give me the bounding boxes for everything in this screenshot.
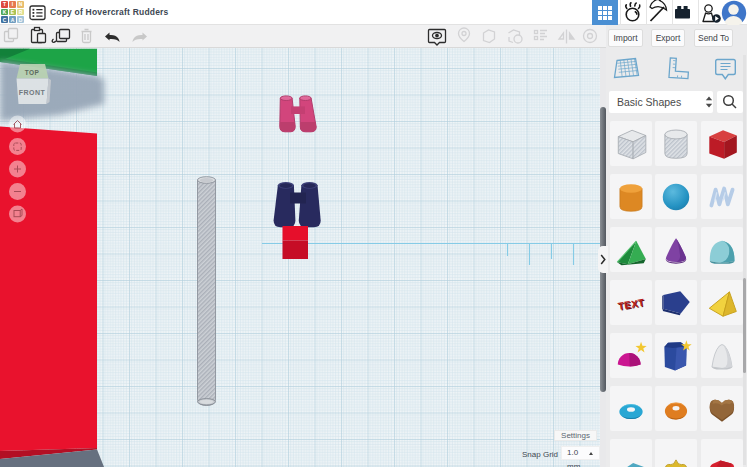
svg-text:TEXT: TEXT	[617, 296, 646, 311]
svg-text:TOP: TOP	[25, 69, 40, 76]
svg-text:FRONT: FRONT	[19, 89, 46, 96]
